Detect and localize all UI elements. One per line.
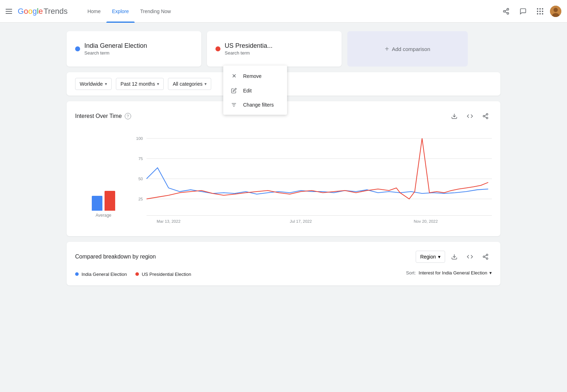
share-button[interactable]	[499, 4, 513, 18]
term1-info: India General Election Search term	[84, 42, 193, 56]
geo-filter-button[interactable]: Worldwide ▾	[75, 78, 112, 90]
legend-dot-red	[135, 272, 139, 276]
logo: Google Trends	[18, 7, 68, 16]
svg-point-0	[507, 8, 509, 10]
sort-chevron: ▾	[489, 270, 492, 275]
filter-icon	[230, 102, 237, 108]
chart-section: Interest Over Time ?	[67, 101, 500, 236]
chart-main: 100 75 50 25 Mar 13, 2022 Jul 17, 2022 N…	[132, 131, 492, 228]
search-terms-row: India General Election Search term US Pr…	[67, 31, 500, 67]
logo-g2: g	[33, 7, 37, 16]
category-filter-button[interactable]: All categories ▾	[168, 78, 211, 90]
chart-share-button[interactable]	[479, 110, 492, 123]
term1-name: India General Election	[84, 42, 193, 50]
legend-item-1: India General Election	[75, 272, 127, 277]
legend-label-1: India General Election	[82, 272, 127, 277]
breakdown-filters: Region ▾	[416, 250, 492, 263]
chart-download-button[interactable]	[448, 110, 461, 123]
average-label: Average	[96, 213, 111, 218]
main-content: India General Election Search term US Pr…	[50, 23, 517, 294]
legend-label-2: US Presidential Election	[142, 272, 191, 277]
average-bars	[92, 182, 115, 211]
breakdown-section: Compared breakdown by region Region ▾	[67, 242, 500, 285]
svg-point-25	[486, 258, 488, 260]
region-filter-button[interactable]: Region ▾	[416, 251, 445, 263]
legend-sort-row: India General Election US Presidential E…	[75, 269, 492, 277]
chart-svg: 100 75 50 25 Mar 13, 2022 Jul 17, 2022 N…	[132, 131, 492, 227]
sort-row: Sort: Interest for India General Electio…	[406, 270, 492, 275]
legend-dot-blue	[75, 272, 79, 276]
sort-value: Interest for India General Election	[419, 270, 487, 275]
category-filter-chevron: ▾	[204, 81, 207, 86]
hamburger-menu[interactable]	[6, 9, 12, 14]
term2-name: US Presidentia...	[225, 42, 333, 50]
avatar-image	[550, 6, 561, 17]
y-label-100: 100	[136, 136, 143, 141]
time-filter-chevron: ▾	[157, 81, 159, 86]
term1-dot	[75, 46, 80, 51]
svg-line-26	[484, 257, 486, 258]
average-section: Average	[75, 182, 132, 228]
context-menu-remove[interactable]: ✕ Remove	[223, 68, 287, 84]
time-filter-button[interactable]: Past 12 months ▾	[116, 78, 164, 90]
sort-label: Sort:	[406, 270, 416, 275]
feedback-button[interactable]	[516, 4, 530, 18]
logo-trends: Trends	[44, 7, 68, 16]
time-filter-label: Past 12 months	[120, 81, 155, 87]
apps-button[interactable]	[533, 4, 547, 18]
legend-item-2: US Presidential Election	[135, 272, 191, 277]
change-filters-label: Change filters	[243, 102, 274, 108]
y-label-50: 50	[138, 177, 143, 181]
svg-line-16	[484, 115, 486, 116]
context-menu-edit[interactable]: Edit	[223, 84, 287, 98]
plus-icon: +	[385, 45, 389, 53]
context-menu-change-filters[interactable]: Change filters	[223, 98, 287, 112]
search-term-card-1: India General Election Search term	[67, 31, 201, 67]
breakdown-embed-button[interactable]	[464, 250, 476, 263]
breakdown-share-button[interactable]	[479, 250, 492, 263]
logo-g: G	[18, 7, 24, 16]
chart-title-row: Interest Over Time ?	[75, 113, 131, 119]
geo-filter-chevron: ▾	[105, 81, 107, 86]
geo-filter-label: Worldwide	[80, 81, 103, 87]
header: Google Trends Home Explore Trending Now	[0, 0, 567, 23]
remove-icon: ✕	[230, 73, 237, 79]
search-term-card-2: US Presidentia... Search term	[207, 31, 342, 67]
context-menu: ✕ Remove Edit Change filters	[223, 66, 287, 115]
edit-label: Edit	[243, 88, 252, 93]
sort-dropdown[interactable]: Interest for India General Election ▾	[419, 270, 492, 275]
avg-bar-blue	[92, 196, 102, 211]
chart-info-icon[interactable]: ?	[125, 113, 131, 119]
logo-o2: o	[28, 7, 32, 16]
nav-home[interactable]: Home	[82, 0, 106, 23]
chart-with-average: Average 100 75 50 25	[75, 131, 492, 228]
breakdown-title: Compared breakdown by region	[75, 254, 156, 260]
x-label-mar: Mar 13, 2022	[157, 219, 180, 223]
nav-explore[interactable]: Explore	[106, 0, 134, 23]
svg-point-6	[554, 8, 558, 12]
edit-icon	[230, 88, 237, 93]
category-filter-label: All categories	[173, 81, 202, 87]
svg-point-2	[507, 12, 509, 14]
avg-bar-red	[105, 191, 115, 211]
chart-embed-button[interactable]	[464, 110, 476, 123]
chart-title: Interest Over Time	[75, 113, 122, 119]
y-label-25: 25	[138, 197, 143, 201]
svg-line-15	[484, 117, 486, 118]
y-label-75: 75	[138, 157, 143, 161]
svg-point-12	[486, 114, 488, 115]
avatar[interactable]	[550, 6, 561, 17]
region-filter-label: Region	[420, 254, 436, 260]
main-nav: Home Explore Trending Now	[82, 0, 176, 23]
term1-type: Search term	[84, 50, 193, 56]
breakdown-download-button[interactable]	[448, 250, 461, 263]
term2-info: US Presidentia... Search term	[225, 42, 333, 56]
svg-point-13	[483, 115, 485, 117]
chart-actions	[448, 110, 492, 123]
nav-trending-now[interactable]: Trending Now	[135, 0, 177, 23]
apps-grid-icon	[537, 8, 543, 15]
logo-o1: o	[24, 7, 28, 16]
add-comparison-card[interactable]: + Add comparison	[347, 31, 468, 67]
x-label-nov: Nov 20, 2022	[414, 219, 438, 223]
remove-label: Remove	[243, 73, 262, 79]
